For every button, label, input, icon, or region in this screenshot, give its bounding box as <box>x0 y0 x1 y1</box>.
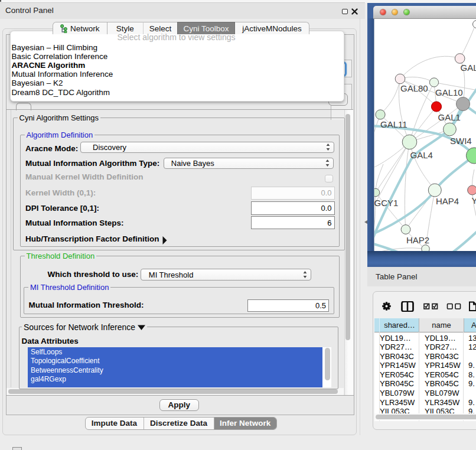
svg-text:GCY1: GCY1 <box>374 197 398 207</box>
svg-text:GAL11: GAL11 <box>380 119 407 129</box>
svg-text:GAL1: GAL1 <box>438 112 460 122</box>
svg-text:GAL80: GAL80 <box>400 83 428 93</box>
svg-text:GAL: GAL <box>460 63 476 73</box>
svg-text:HAP4: HAP4 <box>436 195 459 206</box>
svg-text:HAP2: HAP2 <box>406 234 429 244</box>
svg-text:Y: Y <box>471 195 476 206</box>
svg-text:GAL10: GAL10 <box>435 87 463 97</box>
svg-text:SWI4: SWI4 <box>450 135 472 145</box>
svg-text:GAL4: GAL4 <box>410 149 432 159</box>
